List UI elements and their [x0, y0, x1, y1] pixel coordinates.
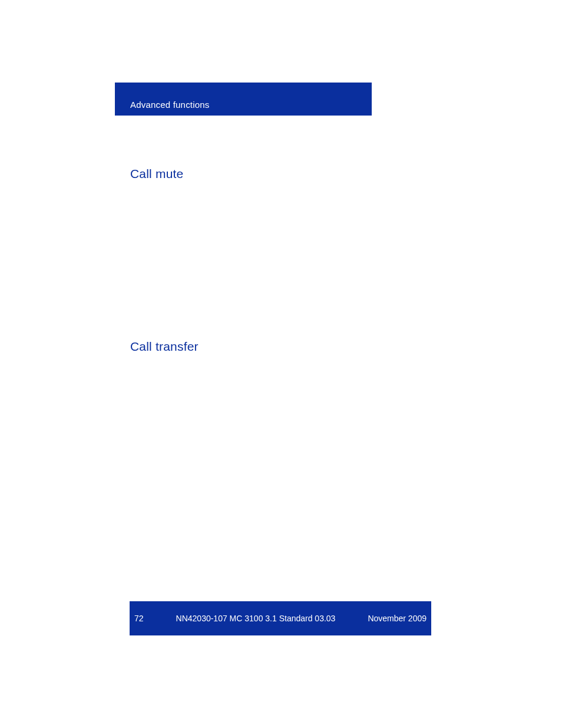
section-heading-call-mute: Call mute: [130, 167, 184, 181]
footer-doc-id: NN42030-107 MC 3100 3.1 Standard 03.03: [144, 614, 368, 623]
document-page: Advanced functions Call mute Call transf…: [0, 0, 562, 728]
section-heading-call-transfer: Call transfer: [130, 340, 199, 354]
header-section-title: Advanced functions: [130, 100, 210, 110]
footer-date: November 2009: [368, 614, 427, 623]
footer-bar: 72 NN42030-107 MC 3100 3.1 Standard 03.0…: [130, 601, 431, 635]
footer-page-number: 72: [134, 614, 144, 623]
header-bar: Advanced functions: [115, 83, 372, 116]
